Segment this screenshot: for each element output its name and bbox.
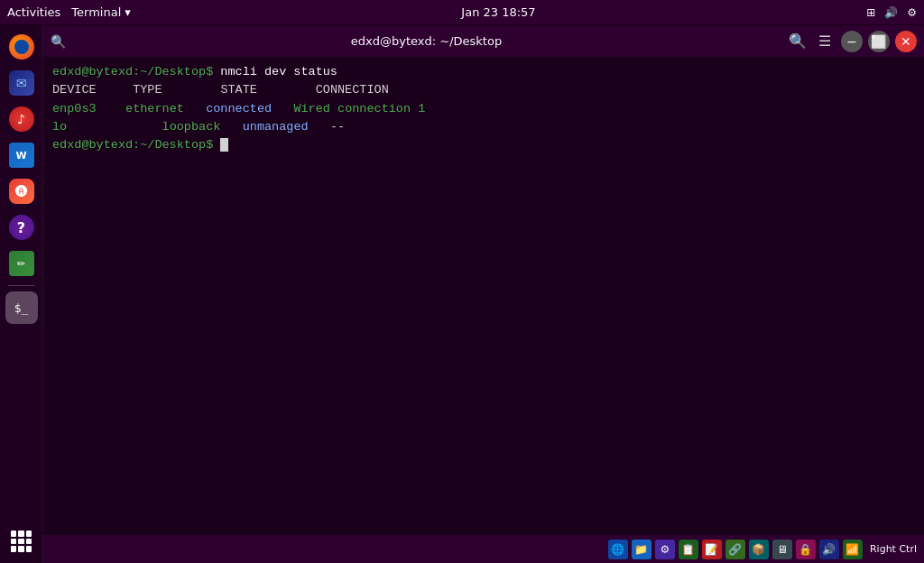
rhythmbox-icon: ♪ [9, 106, 34, 132]
prompt2-user: edxd@bytexd:~/Desktop$ [52, 138, 213, 152]
terminal-window: 🔍 edxd@bytexd: ~/Desktop 🔍 ☰ – ⬜ ✕ edxd@… [43, 25, 924, 534]
taskbar-icon-4[interactable]: 📋 [679, 540, 698, 559]
row2-type: loopback [162, 120, 221, 134]
dock-separator [8, 285, 35, 286]
top-bar-datetime: Jan 23 18:57 [461, 5, 535, 19]
dock-item-writer[interactable]: W [5, 139, 38, 171]
taskbar-icon-1[interactable]: 🌐 [608, 540, 628, 559]
appstore-icon: 🅐 [9, 179, 34, 204]
terminal-header-row: DEVICE TYPE STATE CONNECTION [52, 81, 915, 99]
taskbar-icon-3[interactable]: ⚙ [655, 540, 675, 559]
taskbar-icon-7[interactable]: 📦 [749, 540, 769, 559]
row2-conn: -- [330, 120, 345, 134]
cmd-text: nmcli dev status [213, 65, 337, 78]
titlebar-controls: 🔍 ☰ – ⬜ ✕ [787, 31, 917, 52]
taskbar: 🌐 📁 ⚙ 📋 📝 🔗 📦 🖥 🔒 🔊 📶 Right Ctrl [43, 534, 924, 563]
titlebar-minimize-button[interactable]: – [841, 31, 863, 52]
activities-button[interactable]: Activities [7, 5, 60, 19]
sound-icon[interactable]: 🔊 [884, 6, 898, 19]
terminal-data-row1: enp0s3 ethernet connected Wired connecti… [52, 100, 915, 118]
writer-icon: W [9, 143, 34, 168]
col-header-device: DEVICE [52, 83, 97, 97]
thunderbird-icon: ✉ [9, 70, 34, 96]
dock-item-rhythmbox[interactable]: ♪ [5, 103, 38, 135]
taskbar-icon-9[interactable]: 🔒 [796, 540, 816, 559]
main-layout: ✉ ♪ W 🅐 ? ✏ $_ [0, 25, 924, 563]
terminal-menu[interactable]: Terminal ▾ [71, 5, 130, 19]
taskbar-icon-6[interactable]: 🔗 [725, 540, 745, 559]
terminal-titlebar: 🔍 edxd@bytexd: ~/Desktop 🔍 ☰ – ⬜ ✕ [43, 25, 924, 58]
row1-conn: Wired connection 1 [293, 102, 425, 115]
taskbar-icon-5[interactable]: 📝 [702, 540, 722, 559]
col-header-conn: CONNECTION [316, 83, 389, 97]
top-bar: Activities Terminal ▾ Jan 23 18:57 ⊞ 🔊 ⚙ [0, 0, 924, 25]
titlebar-left: 🔍 [51, 34, 66, 49]
titlebar-search-button[interactable]: 🔍 [787, 31, 808, 52]
terminal-dock-icon: $_ [5, 291, 38, 324]
terminal-prompt-line: edxd@bytexd:~/Desktop$ [52, 136, 915, 154]
help-icon: ? [9, 215, 34, 240]
terminal-body[interactable]: edxd@bytexd:~/Desktop$ nmcli dev status … [43, 58, 924, 534]
row2-state: unmanaged [243, 120, 309, 134]
col-header-type: TYPE [133, 83, 162, 97]
top-bar-right: ⊞ 🔊 ⚙ [866, 6, 917, 19]
titlebar-maximize-button[interactable]: ⬜ [868, 31, 890, 52]
terminal-data-row2: lo loopback unmanaged -- [52, 118, 915, 136]
top-bar-left: Activities Terminal ▾ [7, 5, 131, 19]
row2-device: lo [52, 120, 67, 134]
taskbar-icon-2[interactable]: 📁 [632, 540, 651, 559]
content-area: 🔍 edxd@bytexd: ~/Desktop 🔍 ☰ – ⬜ ✕ edxd@… [43, 25, 924, 563]
titlebar-title: edxd@bytexd: ~/Desktop [351, 34, 502, 48]
terminal-line-cmd: edxd@bytexd:~/Desktop$ nmcli dev status [52, 63, 915, 81]
row1-type: ethernet [125, 102, 184, 115]
network-icon[interactable]: ⊞ [866, 6, 875, 19]
dock-item-editor[interactable]: ✏ [5, 247, 38, 280]
terminal-menu-label: Terminal [71, 5, 121, 19]
terminal-menu-arrow: ▾ [125, 5, 131, 19]
dock-item-show-apps[interactable] [5, 525, 38, 558]
terminal-cursor [220, 138, 228, 152]
taskbar-icon-8[interactable]: 🖥 [772, 540, 792, 559]
col-header-state: STATE [220, 83, 257, 97]
titlebar-search-icon: 🔍 [51, 34, 66, 49]
dock-item-terminal[interactable]: $_ [5, 291, 38, 324]
show-apps-icon [9, 529, 34, 554]
editor-icon: ✏ [9, 251, 34, 276]
row1-device: enp0s3 [52, 102, 97, 115]
right-ctrl-label: Right Ctrl [870, 543, 917, 555]
dock-item-thunderbird[interactable]: ✉ [5, 67, 38, 99]
taskbar-network-icon[interactable]: 📶 [843, 540, 863, 559]
dock-item-help[interactable]: ? [5, 211, 38, 244]
titlebar-close-button[interactable]: ✕ [895, 31, 917, 52]
dock: ✉ ♪ W 🅐 ? ✏ $_ [0, 25, 43, 563]
taskbar-icon-10[interactable]: 🔊 [819, 540, 839, 559]
titlebar-menu-button[interactable]: ☰ [814, 31, 836, 52]
dock-item-firefox[interactable] [5, 31, 38, 63]
prompt-user: edxd@bytexd:~/Desktop$ [52, 65, 213, 78]
settings-icon[interactable]: ⚙ [907, 6, 917, 19]
firefox-icon [9, 34, 34, 60]
dock-item-appstore[interactable]: 🅐 [5, 175, 38, 208]
row1-state: connected [206, 102, 272, 115]
